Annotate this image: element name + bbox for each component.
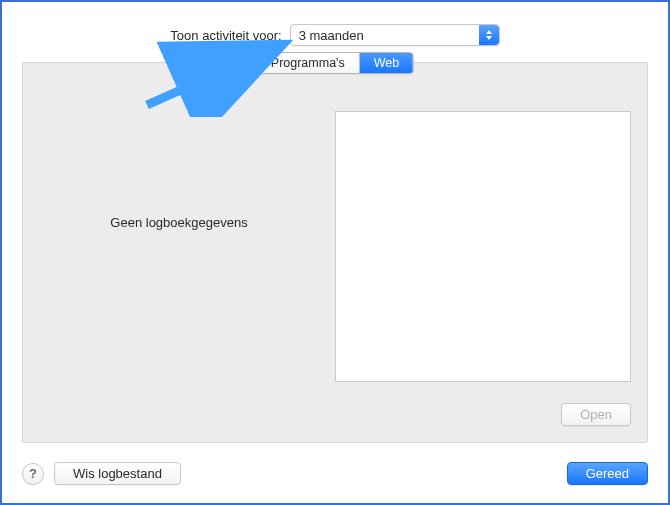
activity-panel: Programma's Web Geen logboekgegevens Ope… bbox=[22, 62, 648, 443]
done-button[interactable]: Gereed bbox=[567, 462, 648, 485]
help-button[interactable]: ? bbox=[22, 463, 44, 485]
empty-log-message: Geen logboekgegevens bbox=[23, 63, 335, 382]
dropdown-stepper-icon bbox=[479, 25, 499, 45]
open-button[interactable]: Open bbox=[561, 403, 631, 426]
open-button-row: Open bbox=[561, 403, 631, 426]
footer-bar: ? Wis logbestand Gereed bbox=[22, 462, 648, 485]
clear-log-button[interactable]: Wis logbestand bbox=[54, 462, 181, 485]
log-content-area[interactable] bbox=[335, 111, 631, 382]
activity-period-row: Toon activiteit voor: 3 maanden bbox=[2, 2, 668, 46]
activity-period-dropdown[interactable]: 3 maanden bbox=[290, 24, 500, 46]
help-icon: ? bbox=[29, 466, 37, 481]
tab-web[interactable]: Web bbox=[360, 53, 413, 73]
activity-period-label: Toon activiteit voor: bbox=[170, 28, 281, 43]
activity-period-value: 3 maanden bbox=[299, 28, 364, 43]
